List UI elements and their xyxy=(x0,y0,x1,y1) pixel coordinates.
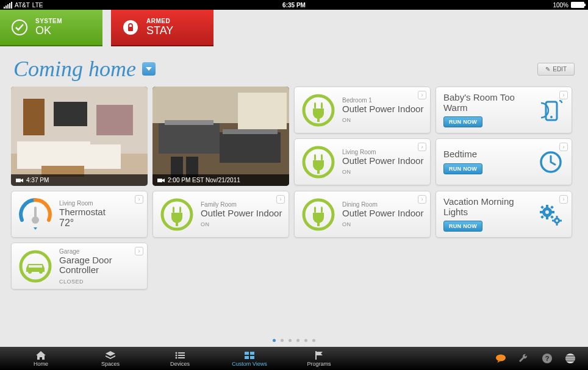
outlet-card-familyroom[interactable]: › Family Room Outlet Power Indoor ON xyxy=(152,191,289,238)
garage-door-card[interactable]: › Garage Garage Door Controller CLOSED xyxy=(11,243,148,290)
svg-rect-55 xyxy=(556,216,558,218)
phone-alert-icon xyxy=(537,97,564,124)
program-card-vacation-lights[interactable]: › Vacation Morning Lights RUN NOW xyxy=(436,191,572,238)
device-name: Garage Door Controller xyxy=(59,255,141,276)
chat-icon[interactable] xyxy=(495,353,506,364)
page-title: Coming home xyxy=(13,56,136,82)
svg-rect-36 xyxy=(173,207,174,213)
nav-custom-views[interactable]: Custom Views xyxy=(215,350,284,367)
help-icon[interactable]: ? xyxy=(542,353,553,364)
lock-icon xyxy=(122,19,139,36)
nav-spaces[interactable]: Spaces xyxy=(76,350,145,367)
nav-label: Custom Views xyxy=(232,361,267,367)
svg-point-31 xyxy=(550,116,553,118)
svg-text:?: ? xyxy=(545,355,550,362)
home-icon xyxy=(36,350,46,360)
armed-label: ARMED xyxy=(146,18,173,24)
program-name: Vacation Morning Lights xyxy=(443,197,537,217)
flag-icon xyxy=(314,350,324,360)
svg-rect-56 xyxy=(556,223,558,226)
outlet-card-livingroom[interactable]: › Living Room Outlet Power Indoor ON xyxy=(294,138,431,185)
svg-rect-47 xyxy=(540,211,543,213)
svg-rect-73 xyxy=(315,351,317,360)
plug-icon xyxy=(301,197,336,232)
armed-value: STAY xyxy=(146,24,173,37)
att-globe-icon[interactable] xyxy=(565,353,576,364)
thermostat-card[interactable]: › Living Room Thermostat 72° xyxy=(11,191,148,238)
device-room: Family Room xyxy=(201,201,282,208)
outlet-card-bedroom1[interactable]: › Bedroom 1 Outlet Power Indoor ON xyxy=(294,87,431,133)
run-now-button[interactable]: RUN NOW xyxy=(443,221,482,232)
nav-home[interactable]: Home xyxy=(6,350,76,367)
camera-card-living[interactable]: 4:37 PM xyxy=(11,87,148,186)
title-dropdown-button[interactable] xyxy=(142,62,156,76)
device-name: Thermostat xyxy=(59,207,106,218)
svg-rect-69 xyxy=(245,352,249,355)
svg-rect-27 xyxy=(314,154,316,160)
system-status-tile[interactable]: SYSTEM OK xyxy=(0,10,102,46)
svg-point-63 xyxy=(176,352,177,354)
device-state: ON xyxy=(342,117,423,123)
network-label: LTE xyxy=(32,2,43,9)
program-name: Bedtime xyxy=(443,149,482,160)
camera-timestamp: 2:00 PM EST Nov/21/2011 xyxy=(168,177,240,183)
svg-rect-45 xyxy=(546,205,548,208)
nav-label: Home xyxy=(34,361,48,367)
armed-status-tile[interactable]: ARMED STAY xyxy=(111,10,213,46)
plug-icon xyxy=(159,197,195,232)
bottom-nav: Home Spaces Devices Custom Views Program… xyxy=(0,347,588,370)
camera-icon xyxy=(157,178,165,183)
carrier-label: AT&T xyxy=(15,2,30,9)
camera-icon xyxy=(16,178,23,183)
svg-rect-58 xyxy=(559,219,562,221)
device-state: ON xyxy=(201,221,282,227)
wrench-icon[interactable] xyxy=(518,353,529,364)
svg-rect-24 xyxy=(321,102,323,109)
svg-rect-25 xyxy=(317,117,320,122)
svg-rect-71 xyxy=(245,356,249,359)
device-room: Living Room xyxy=(342,149,423,155)
chevron-right-icon: › xyxy=(418,195,426,204)
svg-rect-46 xyxy=(546,216,548,219)
chevron-right-icon: › xyxy=(135,195,143,204)
plug-icon xyxy=(301,93,336,128)
pencil-icon: ✎ xyxy=(545,66,550,73)
chevron-right-icon: › xyxy=(276,195,285,204)
page-indicator[interactable] xyxy=(273,339,315,342)
nav-devices[interactable]: Devices xyxy=(145,350,215,367)
program-card-bedtime[interactable]: › Bedtime RUN NOW xyxy=(436,138,572,185)
device-state: CLOSED xyxy=(59,279,141,285)
run-now-button[interactable]: RUN NOW xyxy=(443,116,482,127)
svg-rect-40 xyxy=(314,207,316,213)
plug-icon xyxy=(301,144,336,180)
outlet-card-diningroom[interactable]: › Dining Room Outlet Power Indoor ON xyxy=(294,191,431,238)
edit-button[interactable]: ✎ EDIT xyxy=(537,63,575,76)
device-name: Outlet Power Indoor xyxy=(201,208,282,219)
svg-rect-37 xyxy=(179,207,181,213)
svg-rect-7 xyxy=(23,99,45,135)
system-label: SYSTEM xyxy=(35,18,62,24)
svg-rect-49 xyxy=(540,205,544,209)
nav-label: Programs xyxy=(307,361,331,367)
svg-rect-72 xyxy=(250,356,254,359)
thermostat-value: 72° xyxy=(59,218,106,229)
device-state: ON xyxy=(342,169,423,175)
svg-rect-57 xyxy=(552,219,554,221)
device-room: Living Room xyxy=(59,200,106,207)
svg-rect-17 xyxy=(220,132,281,163)
svg-rect-2 xyxy=(128,27,133,31)
program-card-babys-room[interactable]: › Baby's Room Too Warm RUN NOW xyxy=(436,87,572,133)
run-now-button[interactable]: RUN NOW xyxy=(443,163,482,174)
camera-card-kitchen[interactable]: 2:00 PM EST Nov/21/2011 xyxy=(152,87,289,186)
list-icon xyxy=(175,350,185,360)
svg-point-61 xyxy=(39,270,43,274)
svg-rect-48 xyxy=(551,211,554,213)
svg-point-67 xyxy=(176,357,177,358)
svg-rect-64 xyxy=(178,352,185,354)
svg-rect-16 xyxy=(165,120,213,125)
chevron-right-icon: › xyxy=(135,247,143,255)
nav-label: Spaces xyxy=(101,361,120,367)
nav-programs[interactable]: Programs xyxy=(284,350,354,367)
device-room: Garage xyxy=(59,248,141,255)
svg-point-74 xyxy=(496,355,506,361)
